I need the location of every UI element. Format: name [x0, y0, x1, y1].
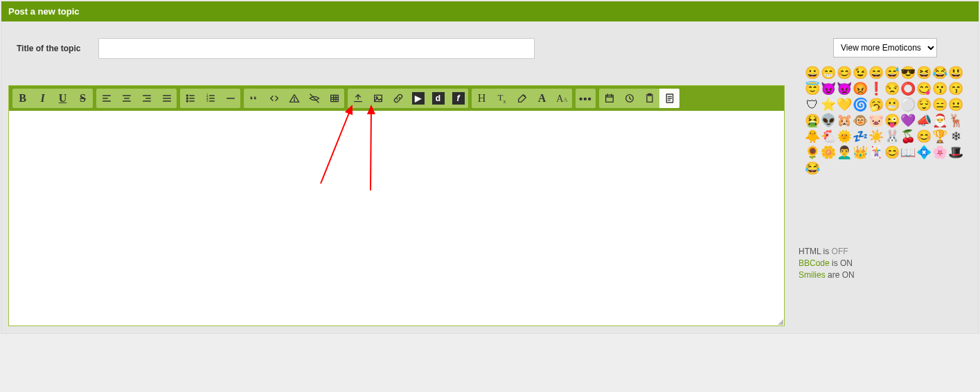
flash-button[interactable]: f	[448, 89, 468, 108]
emoticon[interactable]: ❄	[949, 130, 963, 143]
align-left-button[interactable]	[96, 89, 116, 108]
underline-button[interactable]: U	[53, 89, 73, 108]
bold-button[interactable]: B	[12, 89, 33, 108]
emoticon[interactable]: 🎩	[949, 145, 963, 159]
emoticon[interactable]: 🌞	[837, 130, 851, 143]
emoticon[interactable]: 😊	[837, 66, 851, 80]
emoticon[interactable]: 😎	[901, 66, 915, 80]
emoticon[interactable]: 😂	[933, 66, 947, 80]
spoiler-button[interactable]	[284, 89, 304, 108]
emoticon[interactable]: 🛡	[805, 98, 819, 112]
ul-button[interactable]	[180, 89, 200, 108]
link-button[interactable]	[388, 89, 408, 108]
emoticon[interactable]: 🥱	[869, 98, 883, 112]
status-link[interactable]: Smilies	[799, 270, 828, 280]
emoticon[interactable]: ⭕	[901, 82, 915, 96]
hr-button[interactable]	[220, 89, 240, 108]
sup-sub-button[interactable]: Tx	[492, 89, 512, 108]
emoticon[interactable]: 🌸	[933, 145, 947, 159]
emoticon[interactable]: 😑	[933, 98, 947, 112]
emoticon[interactable]: 👨‍🦱	[837, 145, 851, 159]
emoticon[interactable]: 🍒	[901, 130, 915, 143]
dailymotion-button[interactable]: d	[428, 89, 448, 108]
toolbar-group: ▶df	[348, 89, 468, 108]
youtube-button[interactable]: ▶	[408, 89, 428, 108]
emoticon[interactable]: 😉	[853, 66, 867, 80]
emoticon[interactable]: 👿	[837, 82, 851, 96]
editor-textarea[interactable]	[9, 111, 784, 326]
date-button[interactable]	[599, 89, 619, 108]
emoticon[interactable]: ☀️	[869, 130, 883, 143]
emoticon[interactable]: 😂	[805, 161, 819, 175]
emoticon[interactable]: 🐵	[853, 114, 867, 127]
emoticon[interactable]: 💠	[917, 145, 931, 159]
strike-button[interactable]: S	[73, 89, 93, 108]
emoticon[interactable]: 🦌	[949, 114, 963, 127]
emoticon[interactable]: 😒	[885, 82, 899, 96]
emoticon[interactable]: ⚪	[901, 98, 915, 112]
paste-button[interactable]	[639, 89, 659, 108]
source-button[interactable]	[659, 89, 679, 108]
hidden-button[interactable]	[304, 89, 324, 108]
emoticon[interactable]: 😃	[949, 66, 963, 80]
emoticon[interactable]: 😁	[821, 66, 835, 80]
italic-button[interactable]: I	[33, 89, 53, 108]
emoticon[interactable]: 🐹	[837, 114, 851, 127]
emoticon[interactable]: 🏆	[933, 130, 947, 143]
align-right-button[interactable]	[136, 89, 157, 108]
emoticon[interactable]: 😬	[885, 98, 899, 112]
ol-button[interactable]: 123	[200, 89, 220, 108]
code-button[interactable]	[264, 89, 284, 108]
emoticon[interactable]: 😌	[917, 98, 931, 112]
color-picker-button[interactable]	[512, 89, 532, 108]
image-button[interactable]	[368, 89, 388, 108]
emoticon[interactable]: 🐥	[805, 130, 819, 143]
emoticon[interactable]: 👑	[853, 145, 867, 159]
emoticon[interactable]: 😀	[805, 66, 819, 80]
emoticon[interactable]: 🐷	[869, 114, 883, 127]
upload-button[interactable]	[348, 89, 368, 108]
emoticon[interactable]: 📣	[917, 114, 931, 127]
quote-button[interactable]	[244, 89, 264, 108]
emoticon[interactable]: 😡	[853, 82, 867, 96]
emoticon[interactable]: 😊	[917, 130, 931, 143]
emoticon[interactable]: 🃏	[869, 145, 883, 159]
emoticon[interactable]: 🐔	[821, 130, 835, 143]
emoticon[interactable]: 💛	[837, 98, 851, 112]
emoticon[interactable]: ⭐	[821, 98, 835, 112]
emoticon[interactable]: 🤮	[805, 114, 819, 127]
emoticon[interactable]: 🌻	[805, 145, 819, 159]
emoticon[interactable]: 😜	[885, 114, 899, 127]
emoticon[interactable]: 😗	[933, 82, 947, 96]
emoticon[interactable]: 😆	[917, 66, 931, 80]
ol-icon: 123	[205, 93, 216, 104]
emoticon[interactable]: 😙	[949, 82, 963, 96]
emoticon[interactable]: 💤	[853, 130, 867, 143]
emoticon[interactable]: ❗	[869, 82, 883, 96]
align-justify-button[interactable]	[157, 89, 177, 108]
emoticon[interactable]: 👽	[821, 114, 835, 127]
heading-button[interactable]: H	[472, 89, 492, 108]
align-center-button[interactable]	[116, 89, 136, 108]
more-button[interactable]: •••	[576, 89, 596, 108]
emoticons-select[interactable]: View more Emoticons	[833, 38, 937, 57]
table-button[interactable]	[324, 89, 344, 108]
emoticon[interactable]: 😈	[821, 82, 835, 96]
font-button[interactable]: A	[532, 89, 552, 108]
emoticon[interactable]: 😇	[805, 82, 819, 96]
emoticon[interactable]: 🌼	[821, 145, 835, 159]
emoticon[interactable]: 📖	[901, 145, 915, 159]
topic-title-input[interactable]	[98, 38, 535, 59]
font-size-button[interactable]: AA	[552, 89, 572, 108]
emoticon[interactable]: 🌀	[853, 98, 867, 112]
emoticon[interactable]: 😋	[917, 82, 931, 96]
emoticon[interactable]: 💜	[901, 114, 915, 127]
emoticon[interactable]: 😄	[869, 66, 883, 80]
emoticon[interactable]: 😅	[885, 66, 899, 80]
time-button[interactable]	[619, 89, 639, 108]
emoticon[interactable]: 🐰	[885, 130, 899, 143]
emoticon[interactable]: 😐	[949, 98, 963, 112]
emoticon[interactable]: 😊	[885, 145, 899, 159]
status-link[interactable]: BBCode	[799, 258, 832, 268]
emoticon[interactable]: 🎅	[933, 114, 947, 127]
